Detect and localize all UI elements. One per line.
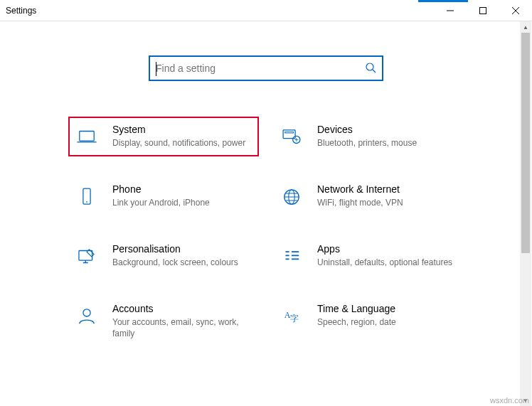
tile-devices[interactable]: Devices Bluetooth, printers, mouse — [276, 119, 461, 154]
scrollbar-thumb[interactable] — [521, 33, 530, 253]
tile-desc: Bluetooth, printers, mouse — [317, 137, 459, 149]
tile-title: Phone — [112, 183, 255, 195]
svg-text:A: A — [284, 310, 291, 320]
globe-icon — [277, 183, 306, 209]
scroll-up-icon[interactable]: ▲ — [520, 21, 531, 33]
tile-network[interactable]: Network & Internet WiFi, flight mode, VP… — [276, 179, 461, 213]
tile-title: Apps — [317, 243, 459, 255]
personalise-icon — [73, 243, 101, 269]
tile-title: Personalisation — [112, 243, 255, 255]
window-title: Settings — [6, 6, 36, 16]
close-icon — [512, 7, 519, 14]
minimize-icon — [447, 7, 454, 14]
svg-rect-2 — [80, 132, 94, 141]
tile-personalisation[interactable]: Personalisation Background, lock screen,… — [71, 239, 256, 273]
tile-title: Accounts — [112, 303, 255, 314]
person-icon — [73, 303, 101, 339]
settings-home: System Display, sound, notifications, po… — [0, 21, 532, 406]
search-container — [0, 55, 532, 81]
settings-grid: System Display, sound, notifications, po… — [71, 119, 461, 365]
titlebar: Settings — [0, 0, 532, 21]
tile-desc: Your accounts, email, sync, work, family — [112, 316, 255, 339]
devices-icon — [277, 124, 306, 149]
tile-title: System — [112, 124, 255, 135]
svg-text:字: 字 — [290, 314, 299, 324]
tile-title: Time & Language — [317, 303, 459, 314]
tile-title: Network & Internet — [317, 183, 459, 195]
tile-desc: Background, lock screen, colours — [112, 257, 255, 268]
tile-desc: Link your Android, iPhone — [112, 197, 255, 208]
maximize-button[interactable] — [467, 0, 499, 21]
laptop-icon — [73, 124, 101, 149]
tile-desc: Speech, region, date — [317, 316, 459, 328]
search-icon — [365, 62, 376, 75]
tile-title: Devices — [317, 124, 459, 135]
tile-phone[interactable]: Phone Link your Android, iPhone — [71, 179, 256, 213]
svg-rect-0 — [480, 8, 486, 14]
close-button[interactable] — [499, 0, 532, 21]
tile-apps[interactable]: Apps Uninstall, defaults, optional featu… — [276, 239, 461, 273]
scrollbar[interactable]: ▲ ▼ — [520, 21, 531, 406]
tile-accounts[interactable]: Accounts Your accounts, email, sync, wor… — [71, 299, 256, 343]
tile-desc: Uninstall, defaults, optional features — [317, 257, 459, 268]
search-box[interactable] — [149, 55, 383, 81]
text-caret — [156, 62, 156, 76]
svg-point-11 — [83, 309, 90, 316]
search-input[interactable] — [156, 57, 365, 80]
tile-time-language[interactable]: A字 Time & Language Speech, region, date — [276, 299, 461, 343]
minimize-button[interactable] — [434, 0, 467, 21]
svg-point-1 — [366, 63, 373, 70]
titlebar-accent — [418, 0, 468, 2]
apps-icon — [277, 243, 306, 269]
tile-desc: WiFi, flight mode, VPN — [317, 197, 459, 208]
tile-system[interactable]: System Display, sound, notifications, po… — [71, 119, 256, 154]
phone-icon — [73, 183, 101, 209]
svg-point-7 — [86, 201, 87, 203]
watermark: wsxdn.com — [490, 396, 529, 405]
window-controls — [434, 0, 532, 21]
tile-desc: Display, sound, notifications, power — [112, 137, 255, 149]
language-icon: A字 — [277, 303, 306, 339]
maximize-icon — [479, 7, 486, 14]
svg-rect-4 — [285, 132, 294, 133]
